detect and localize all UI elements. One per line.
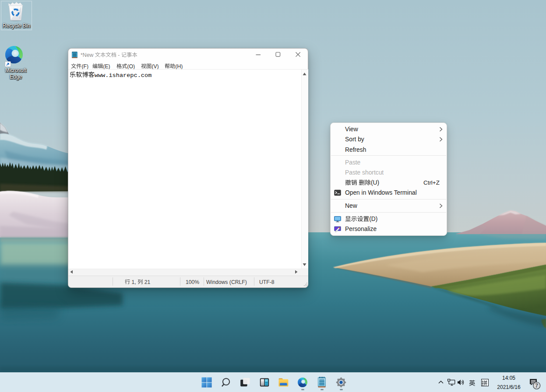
svg-text:1,: 1, xyxy=(130,279,137,285)
svg-text:Windows (CRLF): Windows (CRLF) xyxy=(206,279,247,285)
svg-text:UTF-8: UTF-8 xyxy=(259,279,275,285)
svg-text:New: New xyxy=(345,203,357,209)
svg-text:Paste: Paste xyxy=(345,160,361,166)
svg-text:Open in Windows Terminal: Open in Windows Terminal xyxy=(345,189,417,196)
svg-text:Sort by: Sort by xyxy=(345,136,364,143)
svg-text:Refresh: Refresh xyxy=(345,147,366,153)
svg-text:(D): (D) xyxy=(369,216,377,223)
svg-text:Ctrl+Z: Ctrl+Z xyxy=(423,179,440,186)
svg-text:-: - xyxy=(116,52,121,58)
svg-text:100%: 100% xyxy=(186,279,199,285)
svg-text:21: 21 xyxy=(143,279,150,285)
svg-text:Paste shortcut: Paste shortcut xyxy=(345,169,384,176)
svg-text:(U): (U) xyxy=(371,180,379,186)
svg-text:7: 7 xyxy=(535,383,538,389)
svg-text:*New: *New xyxy=(81,52,95,58)
svg-text:www.isharepc.com: www.isharepc.com xyxy=(94,72,151,78)
svg-text:Personalize: Personalize xyxy=(345,226,377,232)
svg-text:View: View xyxy=(345,126,358,133)
